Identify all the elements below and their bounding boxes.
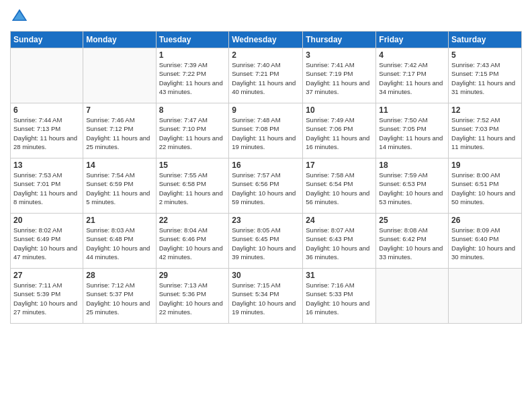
- calendar-cell: 26Sunrise: 8:09 AM Sunset: 6:40 PM Dayli…: [449, 214, 522, 269]
- calendar-cell: 16Sunrise: 7:57 AM Sunset: 6:56 PM Dayli…: [229, 158, 303, 214]
- calendar-cell: 31Sunrise: 7:16 AM Sunset: 5:33 PM Dayli…: [303, 269, 376, 324]
- calendar-cell: 8Sunrise: 7:47 AM Sunset: 7:10 PM Daylig…: [156, 103, 229, 158]
- day-info: Sunrise: 8:03 AM Sunset: 6:48 PM Dayligh…: [86, 226, 152, 261]
- calendar-cell: 22Sunrise: 8:04 AM Sunset: 6:46 PM Dayli…: [156, 214, 229, 269]
- day-number: 1: [159, 50, 226, 60]
- day-info: Sunrise: 7:58 AM Sunset: 6:54 PM Dayligh…: [306, 171, 373, 206]
- day-number: 6: [13, 105, 80, 115]
- day-info: Sunrise: 7:40 AM Sunset: 7:21 PM Dayligh…: [232, 60, 300, 96]
- day-info: Sunrise: 7:41 AM Sunset: 7:19 PM Dayligh…: [306, 60, 373, 96]
- calendar-cell: 24Sunrise: 8:07 AM Sunset: 6:43 PM Dayli…: [303, 214, 376, 269]
- day-number: 25: [379, 216, 445, 225]
- day-info: Sunrise: 7:49 AM Sunset: 7:06 PM Dayligh…: [306, 116, 373, 151]
- day-number: 7: [86, 105, 152, 115]
- day-number: 22: [159, 216, 226, 225]
- day-info: Sunrise: 7:57 AM Sunset: 6:56 PM Dayligh…: [232, 171, 300, 206]
- calendar-cell: [449, 269, 522, 324]
- day-info: Sunrise: 8:07 AM Sunset: 6:43 PM Dayligh…: [306, 226, 373, 261]
- day-info: Sunrise: 7:12 AM Sunset: 5:37 PM Dayligh…: [86, 281, 152, 316]
- calendar-cell: 12Sunrise: 7:52 AM Sunset: 7:03 PM Dayli…: [449, 103, 522, 158]
- calendar-cell: 30Sunrise: 7:15 AM Sunset: 5:34 PM Dayli…: [229, 269, 303, 324]
- calendar-cell: 6Sunrise: 7:44 AM Sunset: 7:13 PM Daylig…: [11, 103, 83, 158]
- calendar-cell: 25Sunrise: 8:08 AM Sunset: 6:42 PM Dayli…: [376, 214, 449, 269]
- calendar-week-1: 1Sunrise: 7:39 AM Sunset: 7:22 PM Daylig…: [11, 48, 522, 103]
- day-number: 30: [232, 271, 300, 280]
- calendar-week-2: 6Sunrise: 7:44 AM Sunset: 7:13 PM Daylig…: [11, 103, 522, 158]
- calendar-cell: 27Sunrise: 7:11 AM Sunset: 5:39 PM Dayli…: [11, 269, 83, 324]
- day-number: 11: [379, 105, 445, 115]
- calendar-cell: [83, 48, 156, 103]
- day-header-sunday: Sunday: [11, 32, 83, 48]
- day-number: 15: [159, 161, 226, 170]
- day-info: Sunrise: 8:04 AM Sunset: 6:46 PM Dayligh…: [159, 226, 226, 261]
- day-info: Sunrise: 7:39 AM Sunset: 7:22 PM Dayligh…: [159, 60, 226, 96]
- calendar-cell: 3Sunrise: 7:41 AM Sunset: 7:19 PM Daylig…: [303, 48, 376, 103]
- day-info: Sunrise: 7:15 AM Sunset: 5:34 PM Dayligh…: [232, 281, 300, 316]
- day-number: 19: [451, 161, 519, 170]
- day-number: 21: [86, 216, 152, 225]
- day-number: 4: [379, 50, 445, 60]
- calendar-cell: 15Sunrise: 7:55 AM Sunset: 6:58 PM Dayli…: [156, 158, 229, 214]
- calendar-table: SundayMondayTuesdayWednesdayThursdayFrid…: [10, 31, 522, 324]
- day-info: Sunrise: 7:59 AM Sunset: 6:53 PM Dayligh…: [379, 171, 445, 206]
- day-number: 18: [379, 161, 445, 170]
- day-info: Sunrise: 8:02 AM Sunset: 6:49 PM Dayligh…: [13, 226, 80, 261]
- day-number: 12: [451, 105, 519, 115]
- day-info: Sunrise: 7:48 AM Sunset: 7:08 PM Dayligh…: [232, 116, 300, 151]
- calendar-cell: 13Sunrise: 7:53 AM Sunset: 7:01 PM Dayli…: [11, 158, 83, 214]
- day-number: 20: [13, 216, 80, 225]
- calendar-week-4: 20Sunrise: 8:02 AM Sunset: 6:49 PM Dayli…: [11, 214, 522, 269]
- day-header-tuesday: Tuesday: [156, 32, 229, 48]
- calendar-cell: 2Sunrise: 7:40 AM Sunset: 7:21 PM Daylig…: [229, 48, 303, 103]
- day-header-thursday: Thursday: [303, 32, 376, 48]
- calendar-cell: 23Sunrise: 8:05 AM Sunset: 6:45 PM Dayli…: [229, 214, 303, 269]
- day-number: 10: [306, 105, 373, 115]
- day-info: Sunrise: 7:13 AM Sunset: 5:36 PM Dayligh…: [159, 281, 226, 316]
- day-info: Sunrise: 8:08 AM Sunset: 6:42 PM Dayligh…: [379, 226, 445, 261]
- calendar-cell: 7Sunrise: 7:46 AM Sunset: 7:12 PM Daylig…: [83, 103, 156, 158]
- day-info: Sunrise: 7:50 AM Sunset: 7:05 PM Dayligh…: [379, 116, 445, 151]
- day-info: Sunrise: 7:55 AM Sunset: 6:58 PM Dayligh…: [159, 171, 226, 206]
- day-number: 26: [451, 216, 519, 225]
- day-info: Sunrise: 8:05 AM Sunset: 6:45 PM Dayligh…: [232, 226, 300, 261]
- day-info: Sunrise: 7:16 AM Sunset: 5:33 PM Dayligh…: [306, 281, 373, 316]
- day-number: 13: [13, 161, 80, 170]
- day-number: 24: [306, 216, 373, 225]
- day-header-saturday: Saturday: [449, 32, 522, 48]
- calendar-cell: 4Sunrise: 7:42 AM Sunset: 7:17 PM Daylig…: [376, 48, 449, 103]
- day-info: Sunrise: 7:44 AM Sunset: 7:13 PM Dayligh…: [13, 116, 80, 151]
- calendar-cell: 10Sunrise: 7:49 AM Sunset: 7:06 PM Dayli…: [303, 103, 376, 158]
- calendar-cell: 21Sunrise: 8:03 AM Sunset: 6:48 PM Dayli…: [83, 214, 156, 269]
- day-info: Sunrise: 8:00 AM Sunset: 6:51 PM Dayligh…: [451, 171, 519, 206]
- calendar-cell: 11Sunrise: 7:50 AM Sunset: 7:05 PM Dayli…: [376, 103, 449, 158]
- day-info: Sunrise: 7:43 AM Sunset: 7:15 PM Dayligh…: [451, 60, 519, 96]
- day-info: Sunrise: 8:09 AM Sunset: 6:40 PM Dayligh…: [451, 226, 519, 261]
- day-header-monday: Monday: [83, 32, 156, 48]
- calendar-cell: 18Sunrise: 7:59 AM Sunset: 6:53 PM Dayli…: [376, 158, 449, 214]
- day-number: 28: [86, 271, 152, 280]
- calendar-cell: 17Sunrise: 7:58 AM Sunset: 6:54 PM Dayli…: [303, 158, 376, 214]
- calendar-cell: [11, 48, 83, 103]
- calendar-body: 1Sunrise: 7:39 AM Sunset: 7:22 PM Daylig…: [11, 48, 522, 324]
- logo-icon: [10, 7, 29, 26]
- day-info: Sunrise: 7:53 AM Sunset: 7:01 PM Dayligh…: [13, 171, 80, 206]
- calendar-week-3: 13Sunrise: 7:53 AM Sunset: 7:01 PM Dayli…: [11, 158, 522, 214]
- day-header-friday: Friday: [376, 32, 449, 48]
- calendar-week-5: 27Sunrise: 7:11 AM Sunset: 5:39 PM Dayli…: [11, 269, 522, 324]
- calendar-cell: 14Sunrise: 7:54 AM Sunset: 6:59 PM Dayli…: [83, 158, 156, 214]
- calendar-cell: 28Sunrise: 7:12 AM Sunset: 5:37 PM Dayli…: [83, 269, 156, 324]
- day-info: Sunrise: 7:54 AM Sunset: 6:59 PM Dayligh…: [86, 171, 152, 206]
- day-number: 9: [232, 105, 300, 115]
- day-number: 17: [306, 161, 373, 170]
- day-number: 23: [232, 216, 300, 225]
- day-number: 3: [306, 50, 373, 60]
- day-info: Sunrise: 7:42 AM Sunset: 7:17 PM Dayligh…: [379, 60, 445, 96]
- calendar-cell: [376, 269, 449, 324]
- calendar-cell: 29Sunrise: 7:13 AM Sunset: 5:36 PM Dayli…: [156, 269, 229, 324]
- day-number: 27: [13, 271, 80, 280]
- day-number: 2: [232, 50, 300, 60]
- day-info: Sunrise: 7:46 AM Sunset: 7:12 PM Dayligh…: [86, 116, 152, 151]
- day-number: 16: [232, 161, 300, 170]
- calendar-cell: 20Sunrise: 8:02 AM Sunset: 6:49 PM Dayli…: [11, 214, 83, 269]
- logo: [10, 7, 32, 26]
